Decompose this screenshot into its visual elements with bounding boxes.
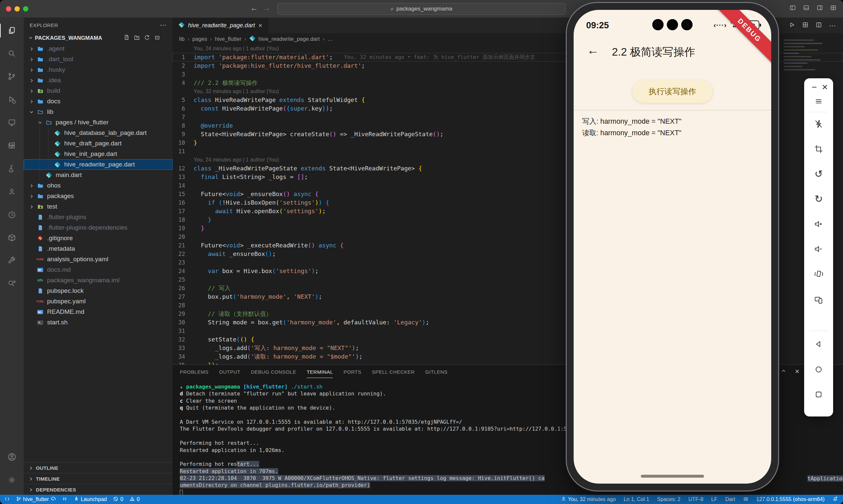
close-icon[interactable]: ✕ bbox=[819, 82, 830, 93]
volume-down-icon[interactable] bbox=[813, 244, 824, 255]
nav-home-icon[interactable] bbox=[813, 364, 824, 375]
tree-item[interactable]: M↓README.md bbox=[24, 307, 173, 317]
panel-tab-gitlens[interactable]: GITLENS bbox=[425, 369, 448, 375]
panel-tab-output[interactable]: OUTPUT bbox=[219, 369, 240, 375]
panel-tab-debug-console[interactable]: DEBUG CONSOLE bbox=[251, 369, 296, 375]
status-0[interactable]: 0 bbox=[113, 497, 123, 503]
breadcrumb-item[interactable]: hive_readwrite_page.dart bbox=[258, 36, 320, 42]
status-hive-flutter[interactable]: hive_flutter bbox=[16, 497, 56, 503]
layout-icon[interactable] bbox=[802, 22, 808, 29]
nav-back-icon[interactable] bbox=[813, 339, 824, 350]
chevron-up-icon[interactable] bbox=[781, 368, 786, 375]
layout-sidebar-right-icon[interactable] bbox=[816, 5, 823, 12]
status-you-32-minutes-ago[interactable]: You, 32 minutes ago bbox=[561, 497, 616, 503]
tree-item[interactable]: lib bbox=[24, 107, 173, 117]
new-folder-icon[interactable] bbox=[134, 35, 140, 41]
tree-item[interactable]: hive_readwrite_page.dart bbox=[24, 159, 173, 170]
home-indicator[interactable] bbox=[641, 475, 704, 478]
run-icon[interactable] bbox=[789, 22, 795, 29]
breadcrumb-item[interactable]: pages bbox=[192, 36, 207, 42]
panel-tab-problems[interactable]: PROBLEMS bbox=[180, 369, 208, 375]
status-lf[interactable]: LF bbox=[711, 497, 718, 502]
menu-icon[interactable] bbox=[813, 96, 824, 107]
activity-live-share-icon[interactable] bbox=[0, 180, 24, 203]
tree-item[interactable]: build bbox=[24, 86, 173, 96]
status-127-0-0-1-5555-ohos-arm6[interactable]: 127.0.0.1:5555 (ohos-arm64) bbox=[756, 497, 825, 502]
status-compare-icon[interactable] bbox=[62, 497, 67, 503]
activity-run-debug-icon[interactable] bbox=[0, 88, 24, 111]
tree-item[interactable]: main.dart bbox=[24, 170, 173, 180]
activity-extensions-icon[interactable] bbox=[0, 134, 24, 157]
new-file-icon[interactable] bbox=[124, 35, 130, 41]
activity-search-gear-icon[interactable] bbox=[0, 272, 24, 295]
flash-off-icon[interactable] bbox=[813, 119, 824, 130]
tree-item[interactable]: packages bbox=[24, 191, 173, 201]
status-utf-8[interactable]: UTF-8 bbox=[689, 497, 703, 502]
activity-package-icon[interactable] bbox=[0, 226, 24, 249]
tree-item[interactable]: YAMLanalysis_options.yaml bbox=[24, 254, 173, 265]
activity-tools-icon[interactable] bbox=[0, 249, 24, 272]
activity-clock-icon[interactable] bbox=[0, 203, 24, 226]
activity-files-icon[interactable] bbox=[0, 19, 24, 42]
project-root-row[interactable]: PACKAGES_WANGMAMA bbox=[24, 32, 173, 43]
layout-grid-icon[interactable] bbox=[830, 5, 837, 12]
split-editor-icon[interactable] bbox=[816, 22, 822, 29]
rotate-left-icon[interactable]: ↺ bbox=[813, 168, 824, 180]
rotate-right-icon[interactable]: ↻ bbox=[813, 194, 824, 205]
status-0[interactable]: 0 bbox=[130, 497, 140, 503]
layout-panel-icon[interactable] bbox=[803, 5, 809, 12]
tree-item[interactable]: .idea bbox=[24, 75, 173, 86]
refresh-icon[interactable] bbox=[144, 35, 150, 41]
close-tab-icon[interactable]: ✕ bbox=[258, 23, 262, 29]
panel-tab-terminal[interactable]: TERMINAL bbox=[307, 369, 333, 378]
minimize-icon[interactable]: − bbox=[809, 82, 820, 93]
tree-item[interactable]: M↓docs.md bbox=[24, 265, 173, 275]
history-forward-icon[interactable]: → bbox=[263, 4, 270, 13]
activity-testing-icon[interactable] bbox=[0, 157, 24, 180]
execute-readwrite-button[interactable]: 执行读写操作 bbox=[633, 80, 712, 103]
breadcrumb-item[interactable]: hive_flutter bbox=[215, 36, 241, 42]
tree-item[interactable]: hive_draft_page.dart bbox=[24, 138, 173, 149]
tree-item[interactable]: .gitignore bbox=[24, 233, 173, 244]
status-remote-icon[interactable] bbox=[5, 497, 10, 503]
panel-tab-ports[interactable]: PORTS bbox=[343, 369, 361, 375]
tree-item[interactable]: .metadata bbox=[24, 244, 173, 254]
status-bell-icon[interactable] bbox=[832, 496, 838, 503]
tree-item[interactable]: .husky bbox=[24, 65, 173, 75]
tab-hive-readwrite-page[interactable]: hive_readwrite_page.dart ✕ bbox=[173, 18, 269, 33]
back-arrow-icon[interactable]: ← bbox=[587, 43, 599, 57]
nav-recents-icon[interactable] bbox=[813, 389, 824, 400]
activity-settings-icon[interactable] bbox=[0, 468, 24, 491]
section-timeline[interactable]: TIMELINE bbox=[24, 473, 173, 484]
crop-icon[interactable] bbox=[813, 143, 824, 155]
minimap[interactable] bbox=[784, 39, 827, 72]
close-window-button[interactable] bbox=[6, 6, 11, 12]
more-actions-icon[interactable]: ⋯ bbox=[160, 21, 167, 29]
tree-item[interactable]: YAMLpubspec.yaml bbox=[24, 296, 173, 307]
status-dart[interactable]: Dart bbox=[725, 497, 735, 502]
status-launchpad[interactable]: Launchpad bbox=[74, 497, 107, 503]
shake-icon[interactable] bbox=[813, 268, 824, 280]
tree-item[interactable]: hive_database_lab_page.dart bbox=[24, 128, 173, 138]
tree-item[interactable]: .agent bbox=[24, 43, 173, 54]
status-spaces-2[interactable]: Spaces: 2 bbox=[657, 497, 680, 502]
command-center-search[interactable]: ⌕ packages_wangmama bbox=[277, 3, 566, 15]
more-actions-icon[interactable]: ⋯ bbox=[829, 22, 836, 30]
tree-item[interactable]: >_start.sh bbox=[24, 317, 173, 328]
volume-up-icon[interactable] bbox=[813, 218, 824, 230]
collapse-all-icon[interactable] bbox=[154, 35, 160, 41]
history-back-icon[interactable]: ← bbox=[250, 4, 258, 13]
tree-item[interactable]: </>packages_wangmama.iml bbox=[24, 275, 173, 286]
activity-account-icon[interactable] bbox=[0, 446, 24, 468]
status-ln-1-col-1[interactable]: Ln 1, Col 1 bbox=[624, 497, 649, 502]
status-robot-icon[interactable] bbox=[743, 496, 749, 503]
tree-item[interactable]: .flutter-plugins-dependencies bbox=[24, 222, 173, 233]
tree-item[interactable]: test bbox=[24, 201, 173, 212]
panel-tab-spell-checker[interactable]: SPELL CHECKER bbox=[372, 369, 415, 375]
tree-item[interactable]: pubspec.lock bbox=[24, 286, 173, 296]
activity-source-control-icon[interactable] bbox=[0, 65, 24, 88]
activity-search-icon[interactable] bbox=[0, 42, 24, 65]
tree-item[interactable]: pages / hive_flutter bbox=[24, 117, 173, 128]
screen-mirror-icon[interactable] bbox=[813, 294, 824, 305]
maximize-window-button[interactable] bbox=[23, 6, 28, 12]
